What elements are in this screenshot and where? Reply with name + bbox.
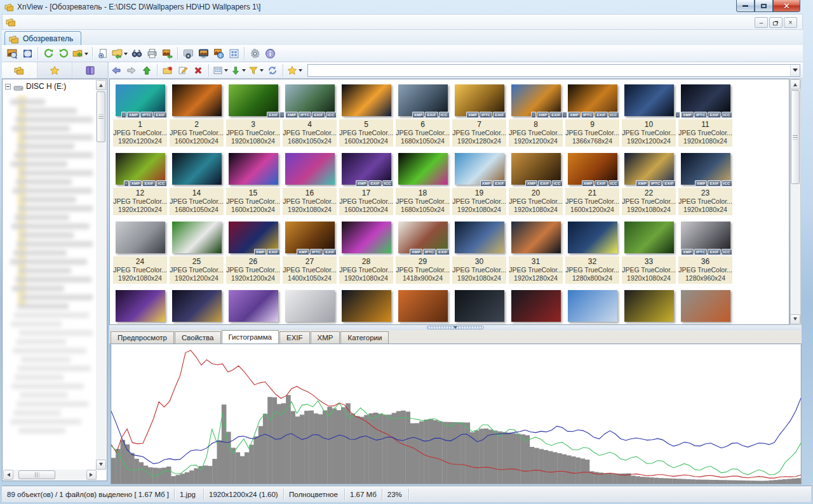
thumbnail-cell[interactable]: 15JPEG TrueColor...1600x1200x24 bbox=[226, 153, 280, 215]
thumbnail-image[interactable]: XMPIPTCEXIF bbox=[624, 153, 674, 185]
panel-splitter[interactable] bbox=[109, 325, 802, 330]
thumbnail-cell[interactable]: EXIF3JPEG TrueColor...1920x1080x24 bbox=[226, 84, 280, 147]
dropdown-arrow-icon[interactable] bbox=[224, 69, 228, 74]
view-mode-button[interactable] bbox=[212, 63, 229, 78]
thumbnail-cell[interactable] bbox=[396, 290, 450, 325]
address-input[interactable] bbox=[308, 65, 790, 76]
thumbnail-image[interactable] bbox=[455, 222, 504, 253]
thumbnail-cell[interactable]: -XMPEXIFICC12JPEG TrueColor...1920x1200x… bbox=[113, 153, 167, 215]
viewer-button[interactable] bbox=[4, 46, 20, 61]
thumbnail-cell[interactable]: XMPIPTCEXIF22JPEG TrueColor...1920x1080x… bbox=[622, 153, 676, 215]
dropdown-arrow-icon[interactable] bbox=[260, 69, 264, 74]
minimize-button[interactable] bbox=[736, 0, 755, 12]
thumbnail-image[interactable]: XMPIPTCEXIFICC bbox=[681, 222, 730, 253]
address-dropdown-button[interactable] bbox=[790, 65, 800, 76]
thumbnail-cell[interactable]: 30JPEG TrueColor...1920x1080x24 bbox=[452, 222, 506, 284]
thumbnail-cell[interactable]: XMPIPTCEXIF29JPEG TrueColor...1418x900x2… bbox=[396, 222, 450, 284]
thumbnail-cell[interactable]: XMPEXIFICC23JPEG TrueColor...1920x1080x2… bbox=[678, 153, 732, 215]
thumbnail-cell[interactable]: 14JPEG TrueColor...1680x1050x24 bbox=[170, 153, 224, 215]
panel-tab-favorites-star[interactable] bbox=[37, 62, 73, 78]
thumbnail-cell[interactable]: XMPIPTCEXIF7JPEG TrueColor...1920x1280x2… bbox=[452, 84, 506, 147]
info-tab-4[interactable]: EXIF bbox=[279, 331, 310, 343]
export-button[interactable] bbox=[159, 46, 175, 61]
convert-button[interactable] bbox=[71, 46, 90, 61]
panel-tab-categories[interactable] bbox=[72, 62, 108, 78]
thumbnail-image[interactable]: XMPEXIFICC bbox=[681, 153, 730, 185]
thumbnail-cell[interactable]: -XMPIPTCEXIFICC4JPEG TrueColor...1680x10… bbox=[283, 84, 337, 147]
copy-button[interactable] bbox=[95, 46, 111, 61]
sort-button[interactable] bbox=[229, 63, 247, 78]
thumbnail-cell[interactable]: 16JPEG TrueColor...1920x1080x24 bbox=[283, 153, 337, 215]
webpage-button[interactable] bbox=[211, 46, 226, 61]
thumbnail-image[interactable] bbox=[172, 222, 222, 253]
mdi-minimize-button[interactable]: – bbox=[755, 17, 768, 28]
dropdown-arrow-icon[interactable] bbox=[124, 53, 128, 57]
tree-root-item[interactable]: DISC H (E:) bbox=[5, 82, 66, 91]
thumbnail-cell[interactable] bbox=[452, 290, 506, 325]
scroll-up-button[interactable] bbox=[790, 79, 800, 90]
favorites-button[interactable] bbox=[286, 63, 304, 78]
dropdown-arrow-icon[interactable] bbox=[242, 69, 246, 74]
thumbnail-cell[interactable] bbox=[509, 290, 563, 325]
thumbnail-cell[interactable]: XMPEXIF19JPEG TrueColor...1920x1080x24 bbox=[452, 153, 506, 215]
thumbnail-image[interactable] bbox=[172, 84, 222, 116]
thumbnail-image[interactable]: -XMPIPTCEXIFICC bbox=[681, 84, 730, 116]
thumbnail-cell[interactable]: 38JPEG TrueColor...1920x1200x24 bbox=[170, 290, 224, 325]
forward-button[interactable] bbox=[124, 63, 139, 78]
info-tab-3[interactable]: Гистограмма bbox=[222, 330, 279, 343]
thumbnail-cell[interactable]: 37JPEG TrueColor...1920x1080x24 bbox=[113, 290, 167, 325]
thumbnail-image[interactable] bbox=[229, 153, 278, 185]
thumbnail-image[interactable] bbox=[116, 290, 165, 322]
info-button[interactable] bbox=[262, 46, 278, 61]
thumbnail-image[interactable] bbox=[398, 290, 448, 322]
thumbnail-image[interactable] bbox=[568, 222, 617, 253]
tree-collapse-icon[interactable] bbox=[5, 84, 11, 90]
thumbnail-image[interactable] bbox=[172, 290, 222, 322]
thumbnail-image[interactable] bbox=[116, 222, 165, 253]
rotate-ccw-button[interactable] bbox=[41, 46, 56, 61]
search-button[interactable] bbox=[129, 46, 144, 61]
thumbnail-cell[interactable]: 28JPEG TrueColor...1920x1080x24 bbox=[339, 222, 393, 284]
thumbnail-cell[interactable]: 25JPEG TrueColor...1920x1200x24 bbox=[170, 222, 224, 284]
thumbnail-image[interactable] bbox=[342, 222, 391, 253]
thumbnail-image[interactable]: -XMPIPTCEXIFICC bbox=[568, 84, 617, 116]
thumbnail-cell[interactable]: -XMPEXIF8JPEG TrueColor...1920x1200x24 bbox=[509, 84, 563, 147]
thumbnail-image[interactable] bbox=[342, 290, 391, 322]
thumbnail-image[interactable] bbox=[511, 290, 561, 322]
scroll-right-button[interactable] bbox=[86, 470, 97, 480]
tree-horizontal-scrollbar[interactable] bbox=[3, 470, 97, 480]
thumbnail-cell[interactable]: 10JPEG TrueColor...1920x1200x24 bbox=[622, 84, 676, 147]
compare-button[interactable] bbox=[196, 46, 211, 61]
thumbnail-cell[interactable]: XMPEXIFICC20JPEG TrueColor...1920x1080x2… bbox=[509, 153, 563, 215]
thumbnail-cell[interactable]: 24JPEG TrueColor...1920x1080x24 bbox=[113, 222, 167, 284]
info-tab-6[interactable]: Категории bbox=[340, 331, 389, 343]
scroll-down-button[interactable] bbox=[96, 460, 106, 470]
thumbnail-image[interactable] bbox=[285, 153, 335, 185]
scroll-down-button[interactable] bbox=[790, 314, 800, 324]
rotate-cw-button[interactable] bbox=[56, 46, 71, 61]
dropdown-arrow-icon[interactable] bbox=[84, 53, 88, 57]
tab-browser[interactable]: Обозреватель bbox=[4, 31, 81, 45]
thumbnail-image[interactable] bbox=[455, 290, 504, 322]
thumbnail-image[interactable]: XMPIPTCEXIF bbox=[285, 222, 335, 253]
thumbnail-cell[interactable] bbox=[339, 290, 393, 325]
new-folder-button[interactable] bbox=[160, 63, 175, 78]
filter-button[interactable] bbox=[247, 63, 265, 78]
capture-button[interactable] bbox=[180, 46, 196, 61]
thumbnail-image[interactable] bbox=[681, 290, 730, 322]
thumbnail-image[interactable] bbox=[511, 222, 561, 253]
thumbnail-image[interactable]: -XMPEXIF bbox=[511, 84, 561, 116]
scrollbar-thumb[interactable] bbox=[18, 470, 55, 479]
thumbnail-image[interactable]: -XMPIPTCEXIF bbox=[116, 84, 165, 116]
thumbnail-image[interactable]: XMPEXIFICC bbox=[511, 153, 561, 185]
thumbnail-image[interactable]: XMPEXIF bbox=[455, 153, 504, 185]
info-tab-5[interactable]: XMP bbox=[311, 331, 340, 343]
thumbnail-cell[interactable]: XMPEXIFICC21JPEG TrueColor...1600x1200x2… bbox=[565, 153, 619, 215]
thumbnail-image[interactable]: XMPIPTCEXIF bbox=[398, 222, 448, 253]
thumbnail-cell[interactable]: -XMPIPTCEXIF1JPEG TrueColor...1920x1200x… bbox=[113, 84, 167, 147]
thumbnail-cell[interactable]: 39JPEG TrueColor...1280x1024x24 bbox=[226, 290, 280, 325]
thumbnail-image[interactable] bbox=[568, 290, 617, 322]
thumbnail-image[interactable]: -XMPIPTCEXIFICC bbox=[285, 84, 335, 116]
thumbnail-image[interactable] bbox=[342, 84, 391, 116]
splitter-grip[interactable] bbox=[427, 326, 484, 329]
